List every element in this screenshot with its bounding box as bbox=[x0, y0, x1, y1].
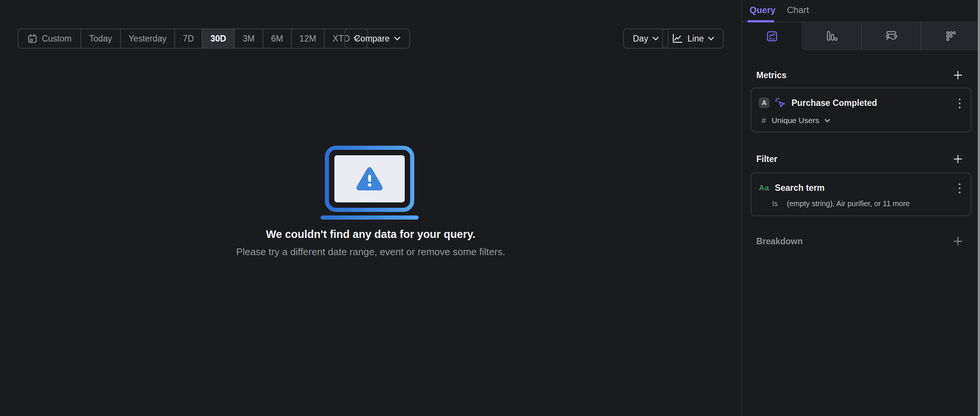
filter-property-name: Search term bbox=[775, 183, 825, 193]
empty-state-title: We couldn't find any data for your query… bbox=[0, 228, 741, 241]
tab-chart[interactable]: Chart bbox=[787, 5, 809, 15]
analysis-type-tabs bbox=[742, 22, 980, 50]
sidebar-tab-bar: Query Chart bbox=[742, 0, 980, 22]
date-range-today[interactable]: Today bbox=[80, 29, 120, 48]
metric-options-menu[interactable] bbox=[954, 97, 965, 109]
date-range-yesterday[interactable]: Yesterday bbox=[120, 29, 174, 48]
metric-card: A Purchase Completed # Unique Users bbox=[751, 88, 971, 132]
line-chart-icon bbox=[672, 33, 683, 44]
tab-query[interactable]: Query bbox=[749, 5, 775, 15]
funnel-bars-icon bbox=[825, 30, 838, 41]
inactive-view-tabs bbox=[802, 22, 980, 50]
filter-heading: Filter bbox=[756, 154, 777, 164]
date-range-selector: Custom Today Yesterday 7D 30D 3M 6M 12M … bbox=[18, 29, 368, 49]
filter-section-header: Filter bbox=[756, 153, 964, 164]
metrics-heading: Metrics bbox=[756, 70, 787, 80]
query-builder-sidebar: Query Chart bbox=[741, 0, 980, 416]
date-range-label: Custom bbox=[42, 33, 72, 44]
breakdown-heading: Breakdown bbox=[756, 236, 803, 247]
no-data-laptop-illustration bbox=[319, 145, 420, 222]
hash-icon: # bbox=[762, 116, 766, 125]
filter-options-menu[interactable] bbox=[954, 182, 965, 194]
metric-event-row[interactable]: A Purchase Completed bbox=[759, 97, 877, 109]
date-range-30d[interactable]: 30D bbox=[202, 29, 234, 48]
cursor-click-icon bbox=[774, 97, 787, 109]
breakdown-section-header: Breakdown bbox=[756, 236, 964, 247]
calendar-icon bbox=[27, 33, 37, 44]
view-tab-insights[interactable] bbox=[742, 22, 802, 50]
filter-operator: Is bbox=[772, 199, 778, 208]
date-range-custom[interactable]: Custom bbox=[18, 29, 80, 48]
insights-line-chart-icon bbox=[766, 30, 778, 42]
metric-event-name: Purchase Completed bbox=[791, 98, 877, 108]
interval-select[interactable]: Day bbox=[623, 29, 668, 49]
text-property-type-icon: Aa bbox=[759, 184, 769, 192]
add-filter-button[interactable] bbox=[952, 153, 964, 164]
chevron-down-icon bbox=[394, 37, 400, 40]
date-range-12m[interactable]: 12M bbox=[291, 29, 324, 48]
chart-type-select[interactable]: Line bbox=[662, 29, 724, 49]
scrollbar[interactable] bbox=[978, 0, 980, 416]
retention-dots-icon bbox=[945, 30, 957, 42]
add-metric-button[interactable] bbox=[952, 70, 964, 81]
filter-condition-row[interactable]: Is (empty string), Air purifier, or 11 m… bbox=[772, 199, 910, 208]
counting-method-label: Unique Users bbox=[772, 116, 819, 125]
filter-property-row[interactable]: Aa Search term bbox=[759, 182, 825, 194]
date-range-6m[interactable]: 6M bbox=[262, 29, 291, 48]
chevron-down-icon bbox=[825, 119, 830, 122]
filter-card: Aa Search term Is (empty string), Air pu… bbox=[751, 172, 971, 216]
chevron-down-icon bbox=[708, 37, 714, 40]
add-breakdown-button[interactable] bbox=[952, 236, 964, 247]
flows-wave-icon bbox=[885, 30, 898, 41]
date-range-3m[interactable]: 3M bbox=[234, 29, 262, 48]
metrics-section-header: Metrics bbox=[756, 70, 964, 81]
chart-canvas-area: Custom Today Yesterday 7D 30D 3M 6M 12M … bbox=[0, 0, 741, 416]
series-letter-badge: A bbox=[759, 98, 769, 108]
chevron-down-icon bbox=[653, 37, 659, 40]
metric-counting-selector[interactable]: # Unique Users bbox=[762, 116, 830, 125]
view-tab-funnels[interactable] bbox=[802, 22, 861, 49]
compare-button[interactable]: Compare bbox=[345, 29, 410, 49]
empty-state-subtitle: Please try a different date range, event… bbox=[0, 246, 741, 258]
filter-value: (empty string), Air purifier, or 11 more bbox=[787, 199, 910, 208]
date-range-7d[interactable]: 7D bbox=[174, 29, 202, 48]
view-tab-flows[interactable] bbox=[861, 22, 921, 49]
view-tab-retention[interactable] bbox=[921, 22, 980, 49]
